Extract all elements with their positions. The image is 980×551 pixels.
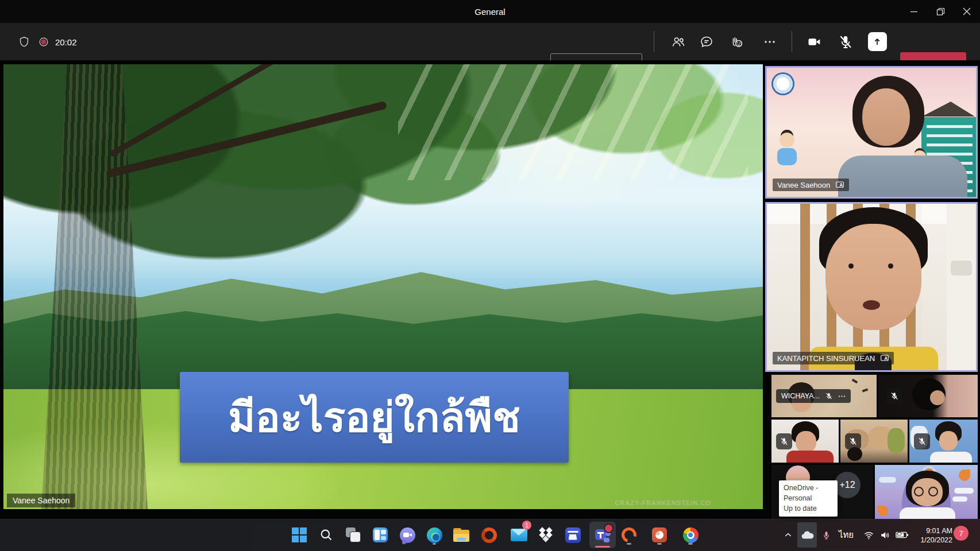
onedrive-tooltip-line: Personal: [784, 494, 833, 504]
reactions-button[interactable]: [724, 29, 750, 55]
sun-ray-layer: [398, 64, 747, 180]
scanner-icon: [565, 527, 581, 543]
video-tile-wichaya[interactable]: WICHAYA...: [771, 375, 877, 417]
cloud: [879, 477, 896, 483]
meeting-toolbar: 20:02 Request control Leave: [0, 23, 980, 60]
office-button[interactable]: [477, 523, 500, 546]
tray-clock[interactable]: 9:01 AM 1/20/2022: [911, 526, 952, 545]
edge-button[interactable]: [423, 523, 446, 546]
windows-taskbar: 1: [0, 519, 980, 551]
raise-hand-icon: [730, 34, 744, 49]
teams-chat-button[interactable]: [396, 523, 419, 546]
video-tile-kantapitch[interactable]: KANTAPITCH SINSURUEAN: [765, 202, 978, 372]
search-button[interactable]: [315, 523, 338, 546]
mic-off-icon: [917, 437, 927, 446]
share-screen-button[interactable]: [865, 29, 890, 55]
green-pillow: [888, 428, 905, 453]
teams-meeting-window: General 20:02 Request control: [0, 0, 980, 551]
mic-off-icon: [825, 392, 833, 400]
mail-icon: [511, 529, 527, 541]
running-indicator: [688, 543, 693, 545]
participant-name: KANTAPITCH SINSURUEAN: [777, 354, 875, 363]
tray-chevron-button[interactable]: [780, 523, 796, 546]
overflow-count-badge[interactable]: +12: [834, 472, 861, 498]
toolbar-divider: [792, 31, 792, 52]
girl-shirt: [900, 507, 955, 519]
wall-right: [947, 204, 976, 370]
child-face: [939, 431, 958, 451]
camera-on-icon: [807, 34, 823, 50]
battery-tray-icon[interactable]: [893, 523, 911, 546]
minimize-icon: [910, 7, 918, 15]
cartoon-kid-body: [777, 148, 797, 165]
slide-title-text: มีอะไรอยู่ใกล้พืช: [228, 397, 520, 438]
meeting-timer: 20:02: [55, 37, 77, 46]
video-tile-small-4[interactable]: [840, 420, 908, 463]
origin-icon: [619, 525, 639, 545]
mic-muted-badge: [776, 433, 792, 449]
minimize-button[interactable]: [901, 0, 927, 23]
teacher-body: [838, 156, 967, 199]
chat-button[interactable]: [694, 29, 719, 55]
mic-muted-badge: [914, 433, 930, 449]
windows-logo-icon: [292, 527, 307, 542]
ac-unit: [951, 261, 971, 276]
file-explorer-button[interactable]: [450, 523, 473, 546]
restore-icon: [936, 7, 945, 16]
origin-button[interactable]: [618, 523, 641, 546]
presenter-name-label: Vanee Saehoon: [7, 494, 75, 507]
more-options-button[interactable]: [757, 29, 782, 55]
cloud: [952, 496, 967, 502]
video-tile-small-3[interactable]: [771, 420, 839, 463]
video-tile-vanee[interactable]: Vanee Saehoon: [765, 66, 978, 199]
chat-bubble-icon: [400, 527, 415, 543]
onedrive-tooltip-line: OneDrive -: [784, 483, 833, 494]
onedrive-tooltip: OneDrive - Personal Up to date: [779, 480, 838, 517]
widgets-button[interactable]: [369, 523, 392, 546]
microphone-button[interactable]: [833, 29, 858, 55]
video-tile-small-2[interactable]: [878, 375, 978, 417]
wifi-tray-icon[interactable]: [861, 523, 877, 546]
teams-button-active[interactable]: [589, 522, 616, 548]
mail-badge: 1: [522, 521, 531, 530]
more-icon: [763, 35, 777, 49]
folder-icon: [453, 528, 469, 542]
people-icon: [671, 34, 686, 49]
video-tile-small-6[interactable]: [875, 465, 978, 519]
camera-button[interactable]: [802, 29, 827, 55]
running-indicator: [657, 543, 662, 545]
restore-button[interactable]: [927, 0, 954, 23]
task-view-button[interactable]: [342, 523, 365, 546]
notification-count-badge[interactable]: 7: [954, 526, 969, 541]
tile-more-icon[interactable]: [838, 393, 846, 400]
teacher-face: [862, 88, 910, 146]
tray-time: 9:01 AM: [911, 526, 952, 536]
powerpoint-button[interactable]: [648, 523, 671, 546]
dropbox-button[interactable]: [534, 523, 557, 546]
orange-leaf: [959, 469, 970, 481]
mic-off-icon: [838, 34, 854, 50]
recording-indicator-icon: [31, 29, 56, 55]
chevron-up-icon: [784, 530, 793, 540]
participant-name-label: KANTAPITCH SINSURUEAN: [773, 352, 894, 364]
tray-date: 1/20/2022: [911, 536, 952, 545]
close-button[interactable]: [954, 0, 980, 23]
scanner-app-button[interactable]: [561, 523, 584, 546]
language-indicator[interactable]: ไทย: [834, 523, 858, 546]
girl-glasses: [914, 487, 924, 496]
volume-tray-icon[interactable]: [877, 523, 893, 546]
language-label: ไทย: [839, 528, 854, 542]
mail-button[interactable]: 1: [507, 523, 530, 546]
wallpaper-watermark: CRAZY-FRANKENSTEIN.CO: [615, 499, 711, 506]
onedrive-tray-button[interactable]: [797, 522, 817, 548]
start-button[interactable]: [288, 523, 311, 546]
chrome-button[interactable]: [679, 523, 702, 546]
shared-slide: มีอะไรอยู่ใกล้พืช Vanee Saehoon CRAZY-FR…: [3, 64, 763, 509]
powerpoint-icon: [652, 527, 667, 542]
mic-in-use-tray-icon[interactable]: [818, 523, 834, 546]
share-icon: [868, 32, 887, 51]
show-participants-button[interactable]: [666, 29, 691, 55]
close-icon: [963, 7, 971, 15]
chrome-icon: [683, 527, 699, 543]
video-tile-small-5[interactable]: [909, 420, 978, 463]
